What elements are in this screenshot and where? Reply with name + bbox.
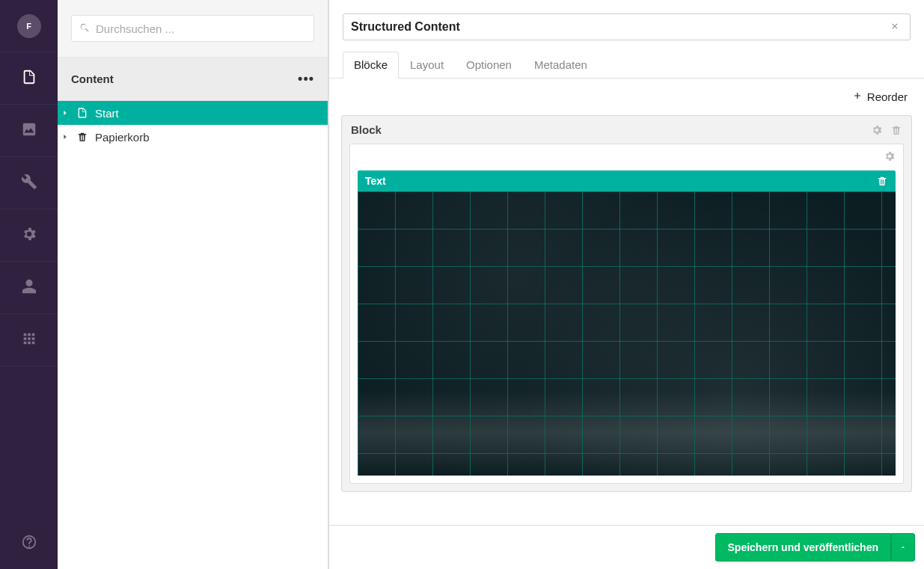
user-avatar[interactable]: F — [17, 14, 41, 38]
content-tree: Start Papierkorb — [58, 101, 328, 569]
editor-tabs: Blöcke Layout Optionen Metadaten — [329, 40, 924, 79]
caret-right-icon — [61, 133, 70, 141]
text-component-header[interactable]: Text — [358, 170, 896, 191]
gear-icon — [21, 226, 37, 244]
block-header: Block — [342, 116, 911, 144]
block-header-actions — [871, 124, 902, 136]
block-settings-button[interactable] — [871, 124, 883, 136]
tree-item-trash[interactable]: Papierkorb — [58, 125, 328, 149]
caret-right-icon — [61, 109, 70, 117]
section-actions-button[interactable]: ••• — [298, 71, 314, 87]
nav-configuration[interactable] — [0, 209, 58, 262]
search-wrap — [58, 0, 328, 57]
nav-content[interactable] — [0, 52, 58, 105]
reorder-button[interactable]: Reorder — [852, 90, 908, 103]
reorder-label: Reorder — [867, 90, 908, 103]
wrench-icon — [21, 173, 37, 192]
block-card: Block Text — [341, 115, 912, 492]
publish-bar: Speichern und veröffentlichen — [329, 525, 924, 569]
block-inner-card: Text — [349, 144, 904, 484]
section-header: Content ••• — [58, 57, 328, 101]
plus-icon — [852, 90, 863, 103]
text-component-label: Text — [365, 175, 386, 187]
nav-media[interactable] — [0, 105, 58, 157]
document-icon — [21, 69, 37, 87]
publish-dropdown-button[interactable] — [891, 533, 915, 562]
editor-panel: Blöcke Layout Optionen Metadaten Reorder… — [328, 0, 924, 569]
inner-settings-button[interactable] — [884, 150, 896, 164]
text-component-delete-button[interactable] — [876, 175, 888, 187]
nav-help[interactable] — [0, 517, 58, 569]
tab-blocks[interactable]: Blöcke — [343, 52, 399, 79]
nav-settings-tools[interactable] — [0, 157, 58, 209]
search-box[interactable] — [71, 15, 314, 42]
tree-item-label: Start — [95, 107, 119, 120]
inner-header-actions — [350, 144, 903, 170]
tree-item-label: Papierkorb — [95, 131, 150, 144]
clear-title-button[interactable] — [887, 20, 902, 34]
nav-avatar-wrap: F — [0, 0, 58, 52]
grid-icon — [21, 330, 37, 349]
search-input[interactable] — [96, 22, 306, 35]
nav-users[interactable] — [0, 262, 58, 314]
reorder-bar: Reorder — [329, 79, 924, 115]
tab-metadata[interactable]: Metadaten — [523, 52, 599, 79]
caret-up-icon — [899, 541, 907, 553]
search-icon — [79, 22, 90, 35]
tab-options[interactable]: Optionen — [455, 52, 523, 79]
section-title: Content — [71, 73, 114, 85]
help-icon — [21, 534, 37, 553]
trash-icon — [76, 131, 89, 143]
block-delete-button[interactable] — [890, 124, 902, 136]
publish-button-group: Speichern und veröffentlichen — [715, 533, 915, 562]
tree-item-start[interactable]: Start — [58, 101, 328, 125]
tab-layout[interactable]: Layout — [399, 52, 455, 79]
image-icon — [21, 121, 37, 140]
nav-rail: F — [0, 0, 58, 569]
content-preview-image — [358, 191, 896, 476]
block-title: Block — [351, 123, 382, 136]
tree-panel: Content ••• Start Papierkorb — [58, 0, 328, 569]
title-input-wrap — [343, 13, 911, 40]
page-title-input[interactable] — [351, 20, 887, 34]
blocks-area: Block Text — [329, 115, 924, 569]
user-icon — [21, 278, 37, 297]
title-wrap — [329, 0, 924, 40]
publish-button[interactable]: Speichern und veröffentlichen — [715, 533, 891, 562]
document-icon — [76, 107, 89, 119]
nav-apps[interactable] — [0, 314, 58, 366]
